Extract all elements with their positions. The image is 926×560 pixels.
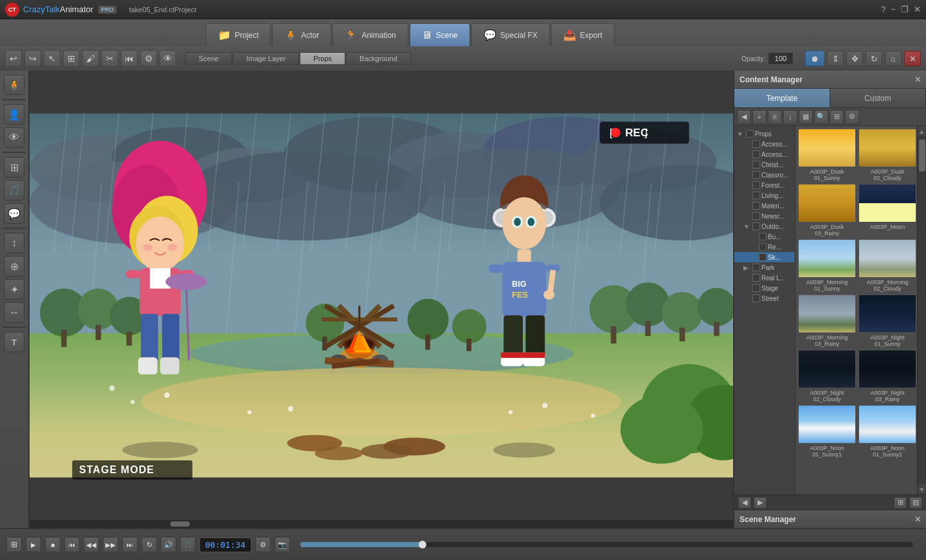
tree-item-forest[interactable]: Forest... bbox=[734, 180, 795, 190]
sub-tab-background[interactable]: Background bbox=[346, 52, 411, 65]
cm-nav-next[interactable]: ▶ bbox=[754, 497, 767, 509]
help-button[interactable]: ? bbox=[881, 5, 885, 14]
scene-tool-6[interactable]: 💬 bbox=[4, 203, 24, 224]
cm-copy-btn[interactable]: ⎘ bbox=[768, 110, 782, 124]
tree-item-material[interactable]: Materi... bbox=[734, 201, 795, 211]
timeline-thumb[interactable] bbox=[419, 541, 426, 548]
rotate-tool[interactable]: ↻ bbox=[866, 51, 882, 66]
audio-button[interactable]: 🔊 bbox=[161, 537, 176, 552]
tree-check-r[interactable] bbox=[759, 243, 767, 251]
fast-forward-button[interactable]: ▶▶ bbox=[103, 537, 118, 552]
tree-check-sk[interactable] bbox=[759, 253, 767, 261]
cm-scroll-up[interactable]: ▲ bbox=[918, 126, 926, 136]
select-tool[interactable]: ↖ bbox=[44, 50, 60, 67]
cm-scrollbar[interactable]: ▲ ▼ bbox=[917, 126, 926, 494]
cm-tab-template[interactable]: Template bbox=[734, 89, 830, 107]
tree-item-outdoor[interactable]: ▼ Outdo... bbox=[734, 221, 795, 231]
close-button[interactable]: ✕ bbox=[914, 5, 921, 14]
tree-check-accessories[interactable] bbox=[752, 140, 760, 148]
scene-tool-4[interactable]: ⊞ bbox=[4, 157, 24, 177]
transform-tool[interactable]: ⊞ bbox=[63, 50, 80, 67]
close-canvas[interactable]: ✕ bbox=[904, 51, 921, 66]
thumbnail-morning_cloudy[interactable]: A003P_Morning02_Cloudy bbox=[858, 239, 916, 292]
tree-check-street[interactable] bbox=[752, 294, 760, 302]
tree-item-r[interactable]: Re... bbox=[734, 242, 795, 252]
thumbnail-noon_sunny2[interactable]: A003P_Noon01_Sunny2 bbox=[858, 405, 916, 458]
tree-item-living[interactable]: Living... bbox=[734, 190, 795, 201]
cm-settings-btn[interactable]: ⚙ bbox=[845, 110, 859, 124]
nav-tab-project[interactable]: 📁Project bbox=[206, 23, 271, 46]
cm-add-btn[interactable]: + bbox=[752, 110, 767, 124]
tree-item-b[interactable]: Bu... bbox=[734, 231, 795, 242]
skip-back-tool[interactable]: ⏮ bbox=[121, 50, 138, 67]
cm-back-btn[interactable]: ◀ bbox=[737, 110, 751, 124]
thumbnail-moon[interactable]: A003P_Moon bbox=[858, 184, 916, 237]
camera-button[interactable]: 📷 bbox=[275, 537, 290, 552]
tree-check-props[interactable] bbox=[746, 130, 754, 138]
tree-check-park[interactable] bbox=[752, 264, 760, 271]
cm-nav-grid-2[interactable]: ▤ bbox=[909, 497, 922, 509]
sub-tab-props[interactable]: Props bbox=[300, 52, 345, 65]
misc-tool[interactable]: ⚙ bbox=[140, 50, 157, 67]
play-button[interactable]: ▶ bbox=[26, 537, 41, 552]
thumbnail-dusk_sunny[interactable]: A003P_Dusk01_Sunny bbox=[798, 129, 856, 181]
tree-check-forest[interactable] bbox=[752, 181, 760, 189]
cm-scroll-thumb[interactable] bbox=[919, 140, 925, 172]
scene-viewport[interactable]: BIG FES bbox=[30, 71, 733, 520]
tree-expand-outdoor[interactable]: ▼ bbox=[743, 223, 751, 230]
thumbnail-noon_sunny1[interactable]: A003P_Noon01_Sunny1 bbox=[798, 405, 856, 458]
thumbnail-morning_sunny[interactable]: A003P_Morning01_Sunny bbox=[798, 239, 856, 292]
crop-tool[interactable]: ✂ bbox=[102, 50, 118, 67]
flip-tool[interactable]: ⇕ bbox=[827, 51, 844, 66]
timeline-scroll-thumb[interactable] bbox=[170, 521, 190, 527]
scene-tool-3[interactable]: 👁 bbox=[4, 127, 24, 148]
scene-tool-1[interactable]: 🧍 bbox=[4, 75, 24, 95]
tree-check-b[interactable] bbox=[759, 233, 767, 240]
tree-item-classroom[interactable]: Classro... bbox=[734, 170, 795, 180]
tree-check-living[interactable] bbox=[752, 192, 760, 199]
tree-expand-props[interactable]: ▼ bbox=[737, 131, 745, 138]
thumbnail-morning_rainy[interactable]: A003P_Morning03_Rainy bbox=[798, 294, 856, 347]
tree-item-newsroom[interactable]: Newsr... bbox=[734, 211, 795, 221]
nav-tab-scene[interactable]: 🖥Scene bbox=[410, 23, 470, 46]
skip-start-button[interactable]: ⏮ bbox=[64, 537, 80, 552]
timeline-scrollbar[interactable] bbox=[30, 520, 733, 528]
scene-tool-10[interactable]: ↔ bbox=[4, 302, 24, 323]
nav-tab-animation[interactable]: 🏃Animation bbox=[332, 23, 408, 46]
scene-tool-2[interactable]: 👤 bbox=[4, 104, 24, 125]
timeline-bar[interactable] bbox=[300, 542, 913, 547]
cm-import-btn[interactable]: ↓ bbox=[783, 110, 797, 124]
tree-item-props[interactable]: ▼ Props bbox=[734, 129, 795, 139]
minimize-button[interactable]: − bbox=[891, 5, 896, 14]
stop-button[interactable]: ■ bbox=[45, 537, 60, 552]
sub-tab-scene[interactable]: Scene bbox=[185, 52, 232, 65]
eye-tool[interactable]: 👁 bbox=[159, 50, 176, 67]
tree-check-stage[interactable] bbox=[752, 284, 760, 292]
timecode-settings[interactable]: ⚙ bbox=[255, 537, 271, 552]
undo-button[interactable]: ↩ bbox=[5, 50, 22, 67]
cm-nav-grid-1[interactable]: ⊞ bbox=[894, 497, 907, 509]
redo-button[interactable]: ↪ bbox=[24, 50, 41, 67]
snap-tool[interactable]: ⌂ bbox=[885, 51, 902, 66]
opacity-input[interactable] bbox=[768, 52, 794, 65]
tree-item-street[interactable]: Street bbox=[734, 293, 795, 303]
tree-item-park[interactable]: ▶ Park bbox=[734, 262, 795, 273]
rewind-button[interactable]: ◀◀ bbox=[84, 537, 99, 552]
tree-check-accessories2[interactable] bbox=[752, 150, 760, 158]
tree-item-accessories2[interactable]: Access... bbox=[734, 149, 795, 159]
cm-search-btn[interactable]: 🔍 bbox=[814, 110, 828, 124]
tree-item-christmas[interactable]: Christ... bbox=[734, 159, 795, 170]
nav-tab-special_fx[interactable]: 💬Special FX bbox=[471, 23, 550, 46]
sub-tab-image_layer[interactable]: Image Layer bbox=[233, 52, 299, 65]
move-tool[interactable]: ✥ bbox=[846, 51, 863, 66]
tree-expand-park[interactable]: ▶ bbox=[743, 264, 751, 271]
tree-check-material[interactable] bbox=[752, 202, 760, 210]
cm-scroll-down[interactable]: ▼ bbox=[918, 484, 926, 494]
scene-tool-9[interactable]: ✦ bbox=[4, 279, 24, 300]
cm-filter-btn[interactable]: ▦ bbox=[799, 110, 813, 124]
scene-tool-5[interactable]: 🎵 bbox=[4, 180, 24, 201]
scene-tool-8[interactable]: ⊕ bbox=[4, 256, 24, 276]
options-button[interactable]: ⊞ bbox=[6, 537, 22, 552]
thumbnail-night_cloudy[interactable]: A003P_Night02_Cloudy bbox=[798, 350, 856, 402]
tree-check-christmas[interactable] bbox=[752, 161, 760, 168]
